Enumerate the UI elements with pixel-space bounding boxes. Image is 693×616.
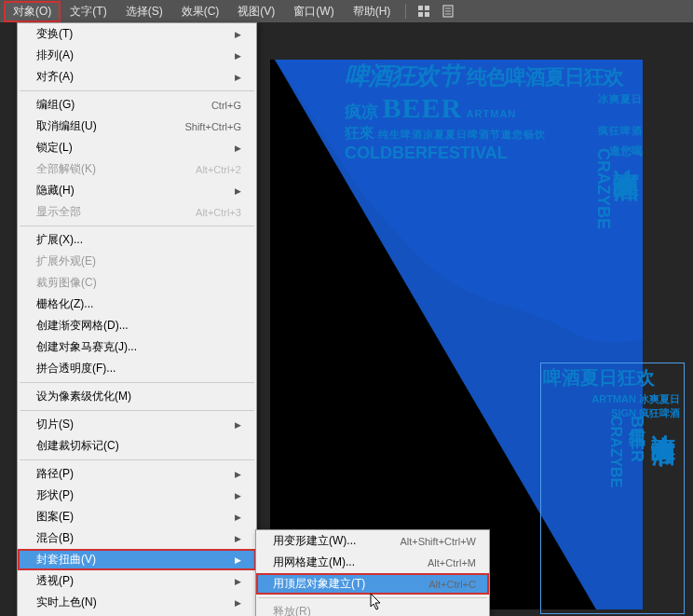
menu-item[interactable]: 拼合透明度(F)... bbox=[18, 358, 256, 379]
menu-item[interactable]: 栅格化(Z)... bbox=[18, 294, 256, 315]
submenu-item[interactable]: 用网格建立(M)...Alt+Ctrl+M bbox=[256, 552, 489, 573]
menu-item[interactable]: 设为像素级优化(M) bbox=[18, 386, 256, 407]
grid-icon[interactable] bbox=[414, 4, 433, 19]
menu-item[interactable]: 封套扭曲(V)▶ bbox=[18, 549, 256, 570]
menu-effect[interactable]: 效果(C) bbox=[172, 1, 229, 22]
menu-item[interactable]: 形状(P)▶ bbox=[18, 485, 256, 506]
svg-rect-1 bbox=[425, 6, 429, 10]
svg-rect-0 bbox=[418, 6, 423, 10]
object-menu-dropdown: 变换(T)▶排列(A)▶对齐(A)▶编组(G)Ctrl+G取消编组(U)Shif… bbox=[17, 22, 257, 616]
svg-rect-2 bbox=[418, 12, 423, 17]
svg-rect-3 bbox=[425, 12, 429, 17]
menu-item[interactable]: 图案(E)▶ bbox=[18, 506, 256, 527]
menu-item[interactable]: 实时上色(N)▶ bbox=[18, 592, 256, 613]
doc-icon[interactable] bbox=[439, 4, 457, 19]
menu-item[interactable]: 锁定(L)▶ bbox=[18, 137, 256, 158]
menu-item[interactable]: 扩展(X)... bbox=[18, 229, 256, 251]
divider bbox=[405, 4, 406, 19]
cursor-icon bbox=[369, 593, 384, 615]
menu-item[interactable]: 创建渐变网格(D)... bbox=[18, 315, 256, 336]
menu-item: 裁剪图像(C) bbox=[18, 272, 256, 294]
menu-item[interactable]: 编组(G)Ctrl+G bbox=[18, 94, 256, 116]
menu-item: 全部解锁(K)Alt+Ctrl+2 bbox=[18, 158, 256, 180]
menubar: 对象(O) 文字(T) 选择(S) 效果(C) 视图(V) 窗口(W) 帮助(H… bbox=[0, 0, 693, 22]
menu-object[interactable]: 对象(O) bbox=[4, 1, 61, 22]
menu-item[interactable]: 创建裁切标记(C) bbox=[18, 435, 256, 457]
menu-item: 扩展外观(E) bbox=[18, 251, 256, 272]
menu-item[interactable]: 排列(A)▶ bbox=[18, 45, 256, 66]
submenu-item[interactable]: 用变形建立(W)...Alt+Shift+Ctrl+W bbox=[256, 530, 489, 552]
menu-item[interactable]: 隐藏(H)▶ bbox=[18, 180, 256, 201]
menu-item[interactable]: 透视(P)▶ bbox=[18, 570, 256, 592]
menu-type[interactable]: 文字(T) bbox=[61, 1, 116, 22]
menu-window[interactable]: 窗口(W) bbox=[284, 1, 343, 22]
selection-box[interactable]: 啤酒夏日狂欢 ARTMAN 冰爽夏日 SIGN 疯狂啤酒 冰爽啤酒节 纯生BEE… bbox=[540, 363, 685, 614]
menu-item[interactable]: 切片(S)▶ bbox=[18, 414, 256, 435]
menu-item[interactable]: 创建对象马赛克(J)... bbox=[18, 336, 256, 358]
menu-item[interactable]: 变换(T)▶ bbox=[18, 23, 256, 45]
artwork-text: 啤酒狂欢节 纯色啤酒夏日狂欢 疯凉 BEER ARTMAN 冰爽夏日 狂來 纯生… bbox=[345, 60, 643, 163]
menu-help[interactable]: 帮助(H) bbox=[344, 1, 401, 22]
menu-item: 显示全部Alt+Ctrl+3 bbox=[18, 201, 256, 223]
menu-item[interactable]: 取消编组(U)Shift+Ctrl+G bbox=[18, 116, 256, 137]
menu-item[interactable]: 混合(B)▶ bbox=[18, 527, 256, 549]
menu-item[interactable]: 对齐(A)▶ bbox=[18, 66, 256, 88]
menu-view[interactable]: 视图(V) bbox=[228, 1, 284, 22]
submenu-item[interactable]: 用顶层对象建立(T)Alt+Ctrl+C bbox=[256, 573, 489, 595]
menu-select[interactable]: 选择(S) bbox=[116, 1, 172, 22]
menu-item[interactable]: 路径(P)▶ bbox=[18, 463, 256, 485]
